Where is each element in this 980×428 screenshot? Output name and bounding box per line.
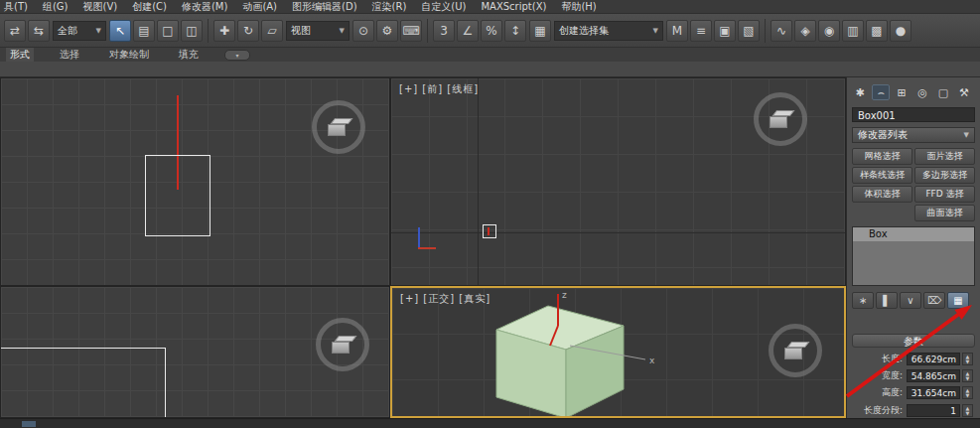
width-field[interactable]: 54.865cm xyxy=(907,369,960,382)
viewcube-cube-icon[interactable] xyxy=(328,118,350,136)
align-icon[interactable]: ≡ xyxy=(690,20,712,42)
snap-toggle-icon[interactable]: 3 xyxy=(433,20,455,42)
ffd-select-button[interactable]: FFD 选择 xyxy=(914,186,975,203)
modifier-list-dropdown[interactable]: 修改器列表 ▼ xyxy=(852,127,975,143)
select-and-move-icon[interactable]: ✚ xyxy=(213,20,235,42)
ribbon-tab-populate[interactable]: 填充 xyxy=(175,48,203,62)
window-crossing-icon[interactable]: ◫ xyxy=(181,20,203,42)
ribbon-tab-object-paint[interactable]: 对象绘制 xyxy=(105,48,153,62)
select-object-icon[interactable]: ↖ xyxy=(109,20,131,42)
select-and-rotate-icon[interactable]: ↻ xyxy=(237,20,259,42)
keyboard-override-icon[interactable]: ⌨ xyxy=(400,20,422,42)
angle-snap-icon[interactable]: ∠ xyxy=(457,20,479,42)
toolbar-separator xyxy=(208,19,209,43)
create-tab-icon[interactable]: ✱ xyxy=(851,84,869,100)
viewport-label-orthographic[interactable]: [+] [正交] [真实] xyxy=(400,292,490,306)
menu-item-modifiers[interactable]: 修改器(M) xyxy=(182,0,227,14)
named-selection-sets-combo[interactable]: 创建选择集 ▼ xyxy=(554,21,663,41)
select-and-scale-icon[interactable]: ▱ xyxy=(261,20,283,42)
menu-item-rendering[interactable]: 渲染(R) xyxy=(372,0,407,14)
length-segs-spinner[interactable]: ▲▼ xyxy=(962,404,973,417)
menu-item-help[interactable]: 帮助(H) xyxy=(561,0,596,14)
menu-item-group[interactable]: 组(G) xyxy=(43,0,69,14)
viewcube-cube-icon[interactable] xyxy=(332,336,353,354)
menu-item-animation[interactable]: 动画(A) xyxy=(242,0,277,14)
select-and-link-icon[interactable]: ⇄ xyxy=(4,20,26,42)
curve-editor-icon[interactable]: ∿ xyxy=(770,20,792,42)
menu-item-tools[interactable]: 具(T) xyxy=(4,0,28,14)
gizmo-axis xyxy=(488,227,490,235)
configure-modifier-sets-icon[interactable]: ▦ xyxy=(947,292,969,309)
rendered-frame-icon[interactable]: ▩ xyxy=(866,20,888,42)
reference-coordinate-dropdown[interactable]: 视图 ▼ xyxy=(286,21,350,41)
box-object-wireframe[interactable] xyxy=(0,348,166,418)
height-label: 高度: xyxy=(849,386,903,399)
ribbon-tab-selection[interactable]: 选择 xyxy=(56,48,83,62)
edit-named-sets-icon[interactable]: ▦ xyxy=(529,20,551,42)
select-by-name-icon[interactable]: ▤ xyxy=(133,20,155,42)
motion-tab-icon[interactable]: ◎ xyxy=(913,84,931,100)
menu-item-maxscript[interactable]: MAXScript(X) xyxy=(481,1,546,12)
viewport-front[interactable]: [+] [前] [线框] xyxy=(390,77,846,286)
percent-snap-icon[interactable]: % xyxy=(481,20,502,42)
menu-item-customize[interactable]: 自定义(U) xyxy=(421,0,466,14)
spline-select-button[interactable]: 样条线选择 xyxy=(852,167,912,184)
select-and-manipulate-icon[interactable]: ⚙ xyxy=(376,20,398,42)
box-object-wireframe[interactable] xyxy=(145,155,210,236)
height-field[interactable]: 31.654cm xyxy=(907,386,960,399)
surface-select-button[interactable]: 曲面选择 xyxy=(914,205,975,221)
poly-select-button[interactable]: 多边形选择 xyxy=(914,167,975,184)
viewport-top-left[interactable] xyxy=(0,77,390,286)
ribbon-tab-freeform[interactable]: 形式 xyxy=(6,48,34,62)
material-editor-icon[interactable]: ◉ xyxy=(818,20,840,42)
stack-item-box[interactable]: Box xyxy=(853,227,974,241)
pin-stack-icon[interactable]: ∗ xyxy=(852,292,874,309)
selection-region-icon[interactable]: □ xyxy=(157,20,179,42)
menu-item-graph-editors[interactable]: 图形编辑器(D) xyxy=(292,0,357,14)
render-setup-icon[interactable]: ▥ xyxy=(842,20,864,42)
modifier-stack[interactable]: Box xyxy=(852,226,975,286)
box-object-front-view[interactable] xyxy=(483,224,496,238)
viewcube[interactable] xyxy=(769,324,822,377)
height-spinner[interactable]: ▲▼ xyxy=(962,386,973,399)
remove-modifier-icon[interactable]: ⌦ xyxy=(923,292,945,309)
render-production-icon[interactable]: ● xyxy=(890,20,911,42)
spinner-snap-icon[interactable]: ↕ xyxy=(504,20,526,42)
unlink-selection-icon[interactable]: ⇆ xyxy=(28,20,50,42)
viewcube[interactable] xyxy=(754,92,807,146)
menu-item-views[interactable]: 视图(V) xyxy=(82,0,117,14)
menu-item-create[interactable]: 创建(C) xyxy=(132,0,167,14)
parameters-rollout-header[interactable]: 参数 xyxy=(852,334,975,348)
viewcube-cube-icon[interactable] xyxy=(770,110,791,128)
viewcube[interactable] xyxy=(312,100,365,154)
patch-select-button[interactable]: 面片选择 xyxy=(914,148,975,165)
mesh-select-button[interactable]: 网格选择 xyxy=(852,148,912,165)
graphite-ribbon-icon[interactable]: ▧ xyxy=(738,20,760,42)
mirror-icon[interactable]: M xyxy=(666,20,688,42)
hierarchy-tab-icon[interactable]: ⊞ xyxy=(893,84,910,100)
width-spinner[interactable]: ▲▼ xyxy=(962,369,973,382)
display-tab-icon[interactable]: ▢ xyxy=(934,84,952,100)
world-axis-x xyxy=(418,247,436,249)
viewport-label-front[interactable]: [+] [前] [线框] xyxy=(399,82,479,96)
viewcube[interactable] xyxy=(316,318,369,371)
box-object-shaded[interactable]: x z xyxy=(487,288,755,418)
length-label: 长度: xyxy=(849,353,903,365)
viewcube-cube-icon[interactable] xyxy=(784,342,806,359)
use-pivot-point-icon[interactable]: ⊙ xyxy=(352,20,374,42)
length-field[interactable]: 66.629cm xyxy=(907,353,960,365)
ribbon-minimize-toggle[interactable]: ▾ xyxy=(224,50,250,61)
layer-manager-icon[interactable]: ▣ xyxy=(714,20,736,42)
make-unique-icon[interactable]: ∨ xyxy=(900,292,921,309)
utilities-tab-icon[interactable]: ⚒ xyxy=(955,84,973,100)
volume-select-button[interactable]: 体积选择 xyxy=(852,186,912,203)
length-segs-field[interactable]: 1 xyxy=(907,404,960,417)
modify-tab-icon[interactable]: ⌢ xyxy=(872,84,890,100)
viewport-orthographic-active[interactable]: [+] [正交] [真实] x z xyxy=(390,286,846,418)
viewport-bottom-left[interactable] xyxy=(0,286,390,418)
object-name-field[interactable]: Box001 xyxy=(852,107,975,122)
show-end-result-icon[interactable]: ▌ xyxy=(876,292,898,309)
schematic-view-icon[interactable]: ◈ xyxy=(794,20,816,42)
length-spinner[interactable]: ▲▼ xyxy=(962,353,973,365)
selection-filter-dropdown[interactable]: 全部 ▼ xyxy=(53,21,106,41)
